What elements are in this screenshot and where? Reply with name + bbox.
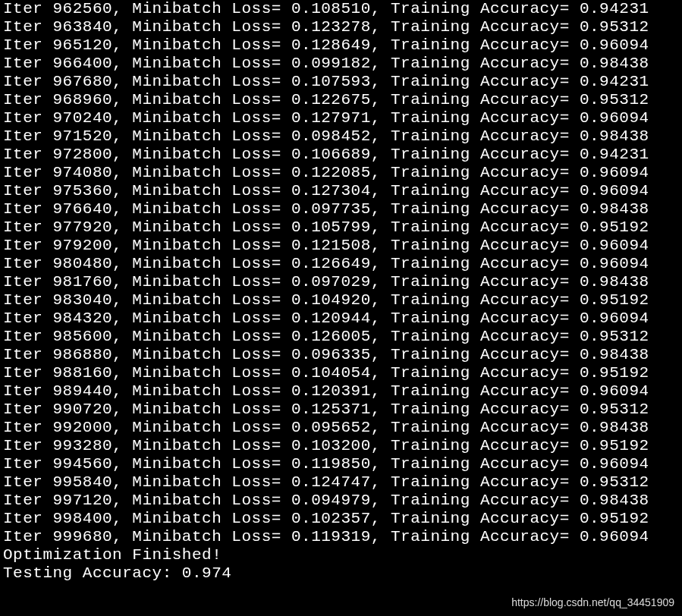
log-line: Iter 974080, Minibatch Loss= 0.122085, T… — [3, 164, 679, 182]
log-line: Iter 994560, Minibatch Loss= 0.119850, T… — [3, 455, 679, 473]
log-line: Iter 989440, Minibatch Loss= 0.120391, T… — [3, 382, 679, 401]
log-line: Iter 997120, Minibatch Loss= 0.094979, T… — [3, 492, 679, 510]
log-line: Iter 963840, Minibatch Loss= 0.123278, T… — [3, 18, 679, 36]
watermark-text: https://blog.csdn.net/qq_34451909 — [511, 593, 674, 611]
log-line: Iter 999680, Minibatch Loss= 0.119319, T… — [3, 528, 679, 546]
log-line: Iter 984320, Minibatch Loss= 0.120944, T… — [3, 310, 679, 328]
terminal-output: Iter 962560, Minibatch Loss= 0.108510, T… — [0, 0, 682, 583]
log-line: Iter 965120, Minibatch Loss= 0.128649, T… — [3, 36, 679, 55]
log-line: Iter 981760, Minibatch Loss= 0.097029, T… — [3, 273, 679, 291]
log-line: Iter 986880, Minibatch Loss= 0.096335, T… — [3, 346, 679, 364]
log-line: Iter 998400, Minibatch Loss= 0.102357, T… — [3, 510, 679, 528]
log-line: Iter 992000, Minibatch Loss= 0.095652, T… — [3, 419, 679, 437]
log-line: Iter 966400, Minibatch Loss= 0.099182, T… — [3, 55, 679, 73]
log-line: Iter 988160, Minibatch Loss= 0.104054, T… — [3, 364, 679, 382]
log-line: Iter 962560, Minibatch Loss= 0.108510, T… — [3, 0, 679, 18]
log-line: Iter 993280, Minibatch Loss= 0.103200, T… — [3, 437, 679, 455]
log-line: Iter 995840, Minibatch Loss= 0.124747, T… — [3, 473, 679, 492]
log-line: Iter 971520, Minibatch Loss= 0.098452, T… — [3, 127, 679, 146]
log-line: Iter 977920, Minibatch Loss= 0.105799, T… — [3, 218, 679, 237]
log-line: Iter 985600, Minibatch Loss= 0.126005, T… — [3, 328, 679, 346]
log-line: Iter 972800, Minibatch Loss= 0.106689, T… — [3, 146, 679, 164]
log-line: Iter 968960, Minibatch Loss= 0.122675, T… — [3, 91, 679, 109]
log-line: Iter 980480, Minibatch Loss= 0.126649, T… — [3, 255, 679, 273]
log-line: Iter 975360, Minibatch Loss= 0.127304, T… — [3, 182, 679, 200]
log-line: Iter 967680, Minibatch Loss= 0.107593, T… — [3, 73, 679, 91]
log-line: Iter 970240, Minibatch Loss= 0.127971, T… — [3, 109, 679, 127]
testing-accuracy-line: Testing Accuracy: 0.974 — [3, 564, 679, 583]
optimization-finished-line: Optimization Finished! — [3, 546, 679, 564]
log-line: Iter 979200, Minibatch Loss= 0.121508, T… — [3, 237, 679, 255]
log-line: Iter 976640, Minibatch Loss= 0.097735, T… — [3, 200, 679, 218]
log-line: Iter 990720, Minibatch Loss= 0.125371, T… — [3, 401, 679, 419]
log-line: Iter 983040, Minibatch Loss= 0.104920, T… — [3, 291, 679, 310]
